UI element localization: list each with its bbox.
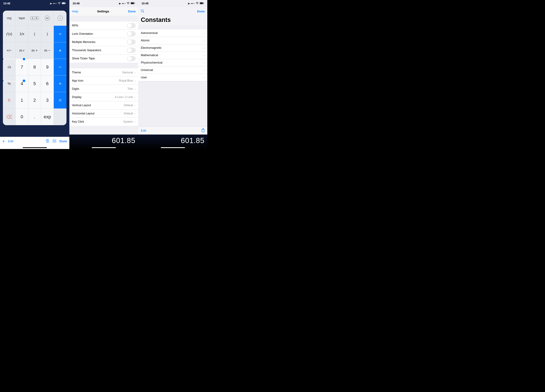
status-bar: 10:48 ➤ ▪▪▫▫ [69, 0, 138, 7]
key-mplus[interactable]: m + [28, 42, 41, 59]
settings-nav: Help Settings Done [69, 7, 138, 16]
key-sign[interactable]: +/− [3, 42, 16, 59]
chevron-right-icon: › [204, 68, 205, 72]
switch-multiple-memories[interactable] [127, 39, 136, 45]
category-label: Electromagnetic [141, 46, 161, 49]
key-7[interactable]: 7 [16, 59, 28, 75]
row-thousands-separators: Thousands Separators [69, 46, 138, 54]
row-label: Vertical Layout [72, 104, 91, 107]
chevron-right-icon: › [204, 61, 205, 65]
done-button[interactable]: Done [128, 10, 136, 13]
key-reciprocal[interactable]: 1/x [16, 26, 28, 42]
key-9[interactable]: 9 [41, 59, 54, 75]
row-label: Thousands Separators [72, 49, 101, 52]
row-display[interactable]: Display4 Line / 2 Line› [69, 93, 138, 101]
home-indicator[interactable] [23, 147, 47, 148]
selection-handle-tr[interactable] [22, 57, 26, 61]
switch-lock-orientation[interactable] [127, 31, 136, 36]
svg-rect-2 [66, 3, 66, 4]
location-icon: ➤ [119, 2, 121, 5]
key-backspace[interactable] [3, 109, 16, 125]
key-lparen[interactable]: ( [28, 26, 41, 42]
key-fx[interactable]: ƒ(x) [3, 26, 16, 42]
settings-pane: 10:48 ➤ ▪▪▫▫ Help Settings Done RPN Lock… [69, 0, 138, 149]
chevron-right-icon: › [135, 71, 136, 74]
key-decimal[interactable]: . [28, 109, 41, 125]
key-equals[interactable]: = [54, 92, 67, 109]
key-plus[interactable]: + [54, 75, 67, 92]
category-label: Universal [141, 68, 153, 72]
key-minus[interactable]: − [54, 59, 67, 75]
row-label: Display [72, 95, 81, 99]
key-divide[interactable]: ÷ [54, 26, 67, 42]
key-8[interactable]: 8 [28, 59, 41, 75]
add-button[interactable]: + [2, 139, 5, 144]
row-theme[interactable]: ThemeSamurai› [69, 68, 138, 77]
key-1[interactable]: 1 [16, 92, 28, 109]
help-button[interactable]: Help [72, 10, 78, 13]
key-sqrt[interactable]: √x [3, 59, 16, 75]
category-mathematical[interactable]: Mathematical› [138, 52, 207, 59]
key-mr[interactable]: m r [16, 42, 28, 59]
key-reg[interactable]: reg [3, 11, 16, 26]
done-button[interactable]: Done [60, 140, 67, 143]
row-value: System [123, 120, 133, 123]
category-electromagnetic[interactable]: Electromagnetic› [138, 44, 207, 52]
category-atomic[interactable]: Atomic› [138, 37, 207, 44]
hamburger-icon[interactable] [52, 140, 56, 143]
row-digits[interactable]: DigitsThin› [69, 85, 138, 93]
key-percent[interactable]: % [3, 75, 16, 92]
key-multiply[interactable]: × [54, 42, 67, 59]
row-key-click[interactable]: Key ClickSystem› [69, 118, 138, 126]
key-info[interactable]: i [54, 11, 67, 26]
key-constants[interactable]: 42 [41, 11, 54, 26]
switch-rpn[interactable] [127, 23, 136, 28]
chevron-right-icon: › [135, 87, 136, 91]
row-app-icon[interactable]: App IconRoyal Blue› [69, 77, 138, 85]
key-exp[interactable]: exp [41, 109, 54, 125]
key-mminus[interactable]: m − [41, 42, 54, 59]
key-tape[interactable]: tape [16, 11, 28, 26]
key-3[interactable]: 3 [41, 92, 54, 109]
key-rparen[interactable]: ) [41, 26, 54, 42]
constants-toolbar: Edit [138, 127, 207, 135]
chevron-right-icon: › [204, 76, 205, 79]
key-clear[interactable]: C [3, 92, 16, 109]
key-4[interactable]: 4 [16, 75, 28, 92]
svg-rect-7 [200, 3, 203, 4]
location-icon: ➤ [188, 2, 190, 5]
display-value: 601.85 [112, 136, 135, 145]
edit-button[interactable]: Edit [8, 140, 13, 143]
category-universal[interactable]: Universal› [138, 67, 207, 74]
row-multiple-memories: Multiple Memories [69, 38, 138, 46]
row-value: Default [124, 104, 133, 107]
svg-rect-1 [62, 3, 65, 4]
home-indicator[interactable] [92, 147, 116, 148]
trash-icon[interactable] [46, 139, 49, 144]
row-vertical-layout[interactable]: Vertical LayoutDefault› [69, 101, 138, 110]
status-bar: 10:49 ➤ ▪▪▫▫ [138, 0, 207, 7]
key-5[interactable]: 5 [28, 75, 41, 92]
category-astronomical[interactable]: Astronomical› [138, 30, 207, 37]
switch-thousands-separators[interactable] [127, 48, 136, 53]
search-icon[interactable] [141, 9, 144, 13]
key-2[interactable]: 2 [28, 92, 41, 109]
row-label: Show Ticker Tape [72, 57, 95, 60]
category-label: Mathematical [141, 54, 158, 57]
key-convert[interactable]: A › B [28, 11, 41, 26]
backspace-icon [6, 115, 12, 119]
row-horizontal-layout[interactable]: Horizontal LayoutDefault› [69, 110, 138, 118]
share-icon[interactable] [202, 128, 205, 133]
home-indicator[interactable] [161, 147, 185, 148]
key-0[interactable]: 0 [16, 109, 28, 125]
selection-handle-br[interactable] [22, 79, 26, 83]
category-user[interactable]: User› [138, 74, 207, 81]
key-6[interactable]: 6 [41, 75, 54, 92]
category-physicochemical[interactable]: Physicochemical› [138, 59, 207, 67]
switch-show-ticker-tape[interactable] [127, 56, 136, 61]
constants-nav: Done [138, 7, 207, 16]
signal-icon: ▪▪▫▫ [191, 2, 195, 5]
edit-button[interactable]: Edit [141, 129, 146, 132]
done-button[interactable]: Done [197, 10, 205, 13]
row-show-ticker-tape: Show Ticker Tape [69, 54, 138, 63]
